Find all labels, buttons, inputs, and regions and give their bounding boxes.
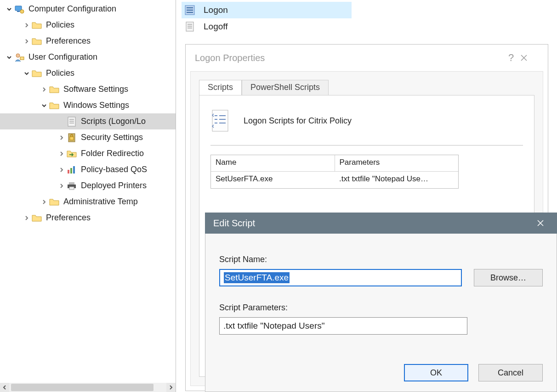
browse-button[interactable]: Browse… [474, 269, 543, 286]
svg-rect-16 [69, 187, 74, 190]
tree-item-uc-policies[interactable]: Policies [0, 65, 176, 81]
chevron-right-icon[interactable] [22, 22, 31, 28]
tree-label: User Configuration [28, 52, 97, 62]
chevron-down-icon[interactable] [40, 103, 49, 108]
list-item-logon[interactable]: Logon [182, 2, 352, 18]
svg-rect-21 [186, 22, 193, 31]
ok-button[interactable]: OK [404, 364, 468, 381]
tree-label: Administrative Temp [63, 197, 138, 207]
svg-rect-14 [69, 182, 74, 185]
svg-rect-11 [68, 170, 69, 174]
tree-item-folder-redirection[interactable]: Folder Redirectio [0, 146, 176, 162]
dialog-title: Edit Script [213, 218, 255, 229]
tree-label: Preferences [46, 213, 91, 223]
dialog-title: Logon Properties [195, 53, 265, 63]
tree-label: Policies [46, 68, 74, 78]
dialog-edit-script: Edit Script Script Name: SetUserFTA.exe … [205, 213, 557, 392]
folder-icon [49, 100, 60, 111]
folder-icon [49, 84, 60, 95]
chevron-right-icon[interactable] [40, 87, 49, 92]
cell-parameters: .txt txtfile "Notepad Use… [335, 172, 458, 188]
svg-rect-25 [212, 110, 228, 131]
printer-icon [66, 180, 77, 191]
tree-label: Scripts (Logon/Lo [81, 117, 146, 126]
tree-label: Software Settings [63, 84, 128, 94]
user-config-icon [14, 52, 25, 63]
scrollbar-thumb[interactable] [11, 384, 153, 391]
svg-rect-4 [20, 57, 24, 60]
tree-item-security-settings[interactable]: Security Settings [0, 129, 176, 146]
script-parameters-input[interactable]: .txt txtfile "Notepad Users" [219, 317, 467, 335]
scroll-right-icon[interactable] [166, 383, 176, 392]
close-icon[interactable] [520, 54, 539, 62]
chevron-right-icon[interactable] [57, 167, 66, 173]
svg-rect-0 [15, 6, 22, 11]
chevron-right-icon[interactable] [22, 215, 31, 221]
chevron-right-icon[interactable] [57, 135, 66, 140]
tree-item-admin-templates[interactable]: Administrative Temp [0, 194, 176, 210]
scripts-icon [66, 116, 77, 127]
chevron-down-icon[interactable] [5, 55, 14, 60]
folder-icon [31, 36, 42, 47]
folder-icon [31, 213, 42, 224]
tree-label: Preferences [46, 36, 91, 46]
tree-item-deployed-printers[interactable]: Deployed Printers [0, 178, 176, 194]
dialog-titlebar[interactable]: Logon Properties ? [186, 45, 548, 71]
tab-powershell-scripts[interactable]: PowerShell Scripts [242, 80, 329, 95]
tree-label: Policy-based QoS [81, 165, 147, 174]
security-icon [66, 132, 77, 143]
svg-rect-18 [187, 7, 193, 8]
svg-rect-1 [17, 11, 20, 12]
tree-label: Windows Settings [63, 101, 129, 110]
script-name-input[interactable]: SetUserFTA.exe [219, 269, 462, 286]
script-name-value: SetUserFTA.exe [224, 272, 290, 283]
help-icon[interactable]: ? [502, 52, 520, 64]
tree-item-windows-settings[interactable]: Windows Settings [0, 97, 176, 113]
tree-item-software-settings[interactable]: Software Settings [0, 81, 176, 97]
tree-item-uc-preferences[interactable]: Preferences [0, 210, 176, 226]
column-header-parameters[interactable]: Parameters [335, 155, 459, 171]
folder-icon [31, 68, 42, 79]
svg-rect-13 [73, 166, 75, 174]
tree-item-policy-qos[interactable]: Policy-based QoS [0, 162, 176, 178]
svg-rect-5 [68, 117, 75, 126]
script-parameters-value: .txt txtfile "Notepad Users" [223, 321, 324, 331]
column-header-name[interactable]: Name [211, 155, 335, 171]
chevron-down-icon[interactable] [22, 71, 31, 76]
divider [210, 145, 523, 146]
chevron-down-icon[interactable] [5, 6, 14, 12]
script-name-label: Script Name: [219, 255, 543, 264]
tree-item-user-configuration[interactable]: User Configuration [0, 49, 176, 65]
svg-rect-12 [70, 168, 72, 174]
scrollbar-track[interactable] [9, 383, 166, 392]
tree-item-scripts-logon-logoff[interactable]: · Scripts (Logon/Lo [0, 113, 176, 129]
tree-label: Deployed Printers [81, 181, 147, 190]
tree-item-cc-policies[interactable]: Policies [0, 17, 176, 33]
scripts-listview[interactable]: Name Parameters SetUserFTA.exe .txt txtf… [210, 155, 459, 189]
logon-icon [184, 5, 195, 16]
cancel-button[interactable]: Cancel [478, 364, 543, 381]
tree-label: Policies [46, 20, 74, 30]
chevron-right-icon[interactable] [57, 183, 66, 189]
tree-item-computer-configuration[interactable]: Computer Configuration [0, 1, 176, 17]
chevron-right-icon[interactable] [40, 199, 49, 205]
svg-rect-20 [187, 12, 193, 13]
tree-item-cc-preferences[interactable]: Preferences [0, 33, 176, 49]
nav-tree: Computer Configuration Policies Prefer [0, 0, 176, 392]
horizontal-scrollbar[interactable] [0, 383, 176, 392]
dialog-titlebar[interactable]: Edit Script [205, 213, 557, 234]
scroll-left-icon[interactable] [0, 383, 9, 392]
folder-icon [31, 20, 42, 31]
svg-rect-10 [70, 137, 74, 140]
script-parameters-label: Script Parameters: [219, 303, 543, 313]
script-doc-icon [210, 109, 230, 132]
tab-scripts[interactable]: Scripts [199, 80, 242, 95]
tab-header-text: Logon Scripts for Citrix Policy [244, 116, 352, 126]
list-label: Logoff [204, 22, 227, 32]
close-icon[interactable] [537, 219, 551, 227]
chevron-right-icon[interactable] [57, 151, 66, 157]
table-row[interactable]: SetUserFTA.exe .txt txtfile "Notepad Use… [211, 172, 458, 188]
list-item-logoff[interactable]: Logoff [182, 18, 557, 35]
folder-icon [49, 196, 60, 207]
chevron-right-icon[interactable] [22, 39, 31, 44]
